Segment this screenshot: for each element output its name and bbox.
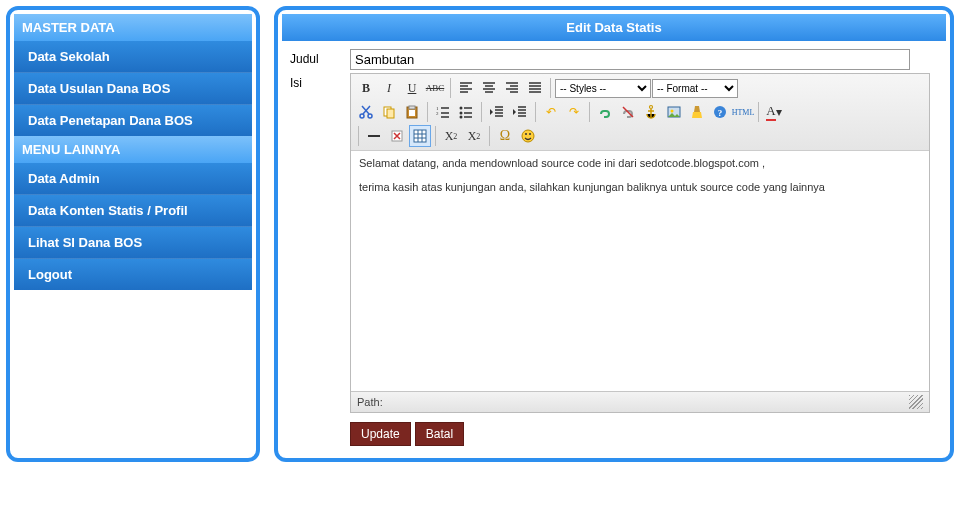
separator-icon [427, 102, 428, 122]
svg-text:2: 2 [436, 111, 439, 116]
svg-point-1 [368, 114, 372, 118]
main-panel: Edit Data Statis Judul Isi B I [274, 6, 954, 462]
svg-point-9 [460, 107, 463, 110]
label-judul: Judul [290, 49, 350, 70]
editor-toolbar: B I U ABC -- Styles -- [351, 74, 929, 151]
separator-icon [589, 102, 590, 122]
hr-button[interactable] [363, 125, 385, 147]
batal-button[interactable]: Batal [415, 422, 464, 446]
ordered-list-button[interactable]: 12 [432, 101, 454, 123]
strikethrough-button[interactable]: ABC [424, 77, 446, 99]
undo-button[interactable]: ↶ [540, 101, 562, 123]
help-button[interactable]: ? [709, 101, 731, 123]
svg-rect-18 [414, 130, 426, 142]
svg-point-19 [522, 130, 534, 142]
separator-icon [481, 102, 482, 122]
editor-paragraph: terima kasih atas kunjungan anda, silahk… [359, 181, 921, 193]
align-justify-button[interactable] [524, 77, 546, 99]
separator-icon [489, 126, 490, 146]
cleanup-button[interactable] [686, 101, 708, 123]
sidebar-item-data-konten-statis[interactable]: Data Konten Statis / Profil [14, 194, 252, 226]
svg-point-20 [525, 133, 527, 135]
editor-body[interactable]: Selamat datang, anda mendownload source … [351, 151, 929, 391]
sidebar-item-data-usulan-dana-bos[interactable]: Data Usulan Dana BOS [14, 72, 252, 104]
svg-rect-5 [409, 106, 415, 109]
outdent-button[interactable] [486, 101, 508, 123]
separator-icon [450, 78, 451, 98]
svg-text:?: ? [718, 108, 723, 118]
svg-point-21 [529, 133, 531, 135]
editor-paragraph: Selamat datang, anda mendownload source … [359, 157, 921, 169]
remove-format-button[interactable] [386, 125, 408, 147]
charmap-button[interactable]: Ω [494, 125, 516, 147]
redo-button[interactable]: ↷ [563, 101, 585, 123]
sidebar-item-data-admin[interactable]: Data Admin [14, 163, 252, 194]
html-button-label: HTML [732, 108, 755, 117]
separator-icon [435, 126, 436, 146]
format-select[interactable]: -- Format -- [652, 79, 738, 98]
unlink-button[interactable] [617, 101, 639, 123]
judul-input[interactable] [350, 49, 910, 70]
separator-icon [550, 78, 551, 98]
align-center-button[interactable] [478, 77, 500, 99]
align-right-button[interactable] [501, 77, 523, 99]
separator-icon [758, 102, 759, 122]
unordered-list-button[interactable] [455, 101, 477, 123]
image-button[interactable] [663, 101, 685, 123]
sidebar-item-data-penetapan-dana-bos[interactable]: Data Penetapan Dana BOS [14, 104, 252, 136]
italic-button[interactable]: I [378, 77, 400, 99]
path-label: Path: [357, 396, 383, 408]
update-button[interactable]: Update [350, 422, 411, 446]
svg-point-14 [671, 110, 674, 113]
sidebar-header-master: MASTER DATA [14, 14, 252, 41]
sidebar-item-data-sekolah[interactable]: Data Sekolah [14, 41, 252, 72]
paste-button[interactable] [401, 101, 423, 123]
subscript-button[interactable]: X2 [440, 125, 462, 147]
svg-rect-6 [409, 110, 415, 116]
cut-button[interactable] [355, 101, 377, 123]
link-button[interactable] [594, 101, 616, 123]
indent-button[interactable] [509, 101, 531, 123]
sidebar: MASTER DATA Data Sekolah Data Usulan Dan… [6, 6, 260, 462]
sidebar-item-logout[interactable]: Logout [14, 258, 252, 290]
table-button[interactable] [409, 125, 431, 147]
resize-grip-icon[interactable] [909, 395, 923, 409]
svg-point-12 [650, 106, 653, 109]
svg-rect-3 [387, 109, 394, 118]
separator-icon [358, 126, 359, 146]
copy-button[interactable] [378, 101, 400, 123]
anchor-button[interactable] [640, 101, 662, 123]
svg-point-0 [360, 114, 364, 118]
separator-icon [535, 102, 536, 122]
rich-text-editor: B I U ABC -- Styles -- [350, 73, 930, 413]
bold-button[interactable]: B [355, 77, 377, 99]
sidebar-header-menu: MENU LAINNYA [14, 136, 252, 163]
svg-point-10 [460, 112, 463, 115]
sidebar-item-lihat-si-dana-bos[interactable]: Lihat SI Dana BOS [14, 226, 252, 258]
svg-point-11 [460, 116, 463, 119]
html-button[interactable]: HTML [732, 101, 754, 123]
forecolor-button[interactable]: A▾ [763, 101, 785, 123]
superscript-button[interactable]: X2 [463, 125, 485, 147]
styles-select[interactable]: -- Styles -- [555, 79, 651, 98]
page-title: Edit Data Statis [282, 14, 946, 41]
emoticon-button[interactable] [517, 125, 539, 147]
underline-button[interactable]: U [401, 77, 423, 99]
label-isi: Isi [290, 73, 350, 413]
align-left-button[interactable] [455, 77, 477, 99]
